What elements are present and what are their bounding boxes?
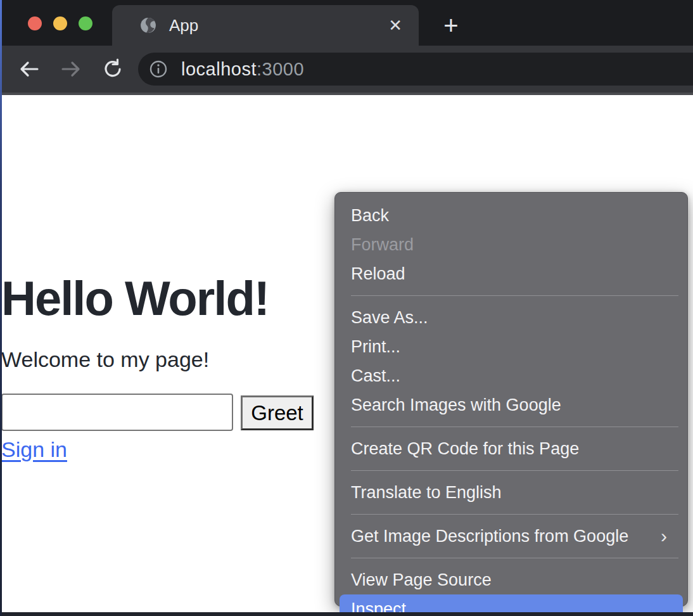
context-menu-item-reload[interactable]: Reload (335, 259, 687, 288)
context-menu-item-save-as[interactable]: Save As... (335, 303, 687, 332)
context-menu-item-cast[interactable]: Cast... (335, 361, 687, 390)
context-menu-item-get-image-descriptions-from-google[interactable]: Get Image Descriptions from Google › (335, 522, 687, 551)
context-menu-item-label: Create QR Code for this Page (351, 439, 676, 459)
browser-window: App ✕ + localho (0, 0, 693, 616)
chevron-right-icon: › (661, 525, 667, 547)
address-bar[interactable]: localhost:3000 (138, 53, 693, 86)
context-menu-item-label: View Page Source (351, 570, 676, 590)
url-port: :3000 (257, 59, 304, 79)
back-button[interactable] (14, 54, 44, 84)
context-menu-item-label: Save As... (351, 308, 676, 328)
sign-in-link[interactable]: Sign in (1, 437, 67, 462)
window-left-edge (0, 0, 2, 616)
forward-button[interactable] (56, 54, 86, 84)
zoom-window-button[interactable] (79, 16, 92, 30)
arrow-left-icon (18, 58, 41, 80)
context-menu-item-forward[interactable]: Forward (335, 230, 687, 259)
context-menu-divider (335, 420, 687, 434)
welcome-text: Welcome to my page! (1, 347, 209, 372)
page-title: Hello World! (1, 274, 269, 323)
info-circle-icon[interactable] (149, 60, 167, 78)
context-menu-divider (335, 463, 687, 478)
context-menu-divider (335, 288, 687, 303)
context-menu-item-label: Print... (351, 337, 676, 357)
name-input[interactable] (1, 394, 233, 431)
url-host: localhost (181, 59, 257, 79)
url-text[interactable]: localhost:3000 (181, 59, 304, 80)
context-menu-item-back[interactable]: Back (335, 201, 687, 230)
context-menu-item-label: Get Image Descriptions from Google (351, 527, 661, 546)
context-menu: Back Forward Reload Save As... Print... … (334, 192, 688, 606)
context-menu-item-search-images-with-google[interactable]: Search Images with Google (335, 390, 687, 420)
tab-app[interactable]: App ✕ (112, 5, 419, 46)
context-menu-item-print[interactable]: Print... (335, 332, 687, 361)
minimize-window-button[interactable] (53, 16, 67, 30)
navigation-toolbar: localhost:3000 (0, 46, 693, 93)
tab-close-icon[interactable]: ✕ (388, 17, 402, 34)
context-menu-divider (335, 507, 687, 522)
traffic-lights (28, 16, 92, 30)
globe-icon (140, 17, 156, 34)
new-tab-button[interactable]: + (437, 14, 465, 39)
context-menu-item-translate-to-english[interactable]: Translate to English (335, 478, 687, 507)
greet-button[interactable]: Greet (241, 395, 314, 430)
reload-icon (101, 58, 124, 80)
reload-button[interactable] (98, 54, 128, 84)
window-bottom-edge (0, 612, 693, 616)
tab-strip: App ✕ + (0, 0, 693, 46)
context-menu-item-label: Translate to English (351, 483, 676, 503)
context-menu-item-label: Back (351, 206, 676, 226)
context-menu-item-create-qr-code-for-this-page[interactable]: Create QR Code for this Page (335, 434, 687, 463)
context-menu-item-label: Forward (351, 235, 676, 255)
context-menu-item-view-page-source[interactable]: View Page Source (335, 565, 687, 594)
context-menu-item-label: Cast... (351, 366, 676, 386)
tab-title: App (169, 16, 388, 35)
context-menu-divider (335, 551, 687, 565)
arrow-right-icon (60, 58, 82, 80)
close-window-button[interactable] (28, 16, 42, 30)
context-menu-item-label: Search Images with Google (351, 395, 676, 415)
context-menu-item-label: Reload (351, 264, 676, 284)
